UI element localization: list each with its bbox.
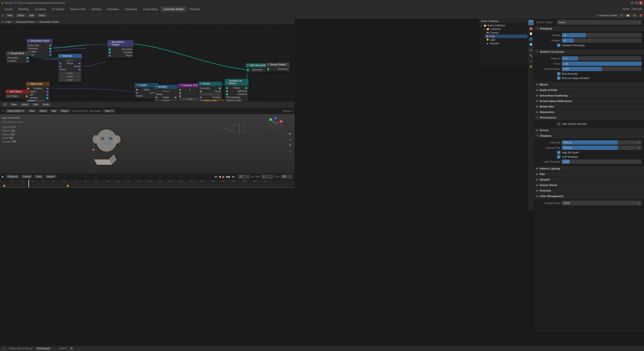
playback-menu[interactable]: Playback <box>6 175 20 178</box>
outliner-item-scene-collection[interactable]: ▼ 📁 Scene Collection <box>479 24 534 27</box>
outliner-item-cube[interactable]: Cube ▲▼ <box>485 34 534 38</box>
node-menu[interactable]: Node <box>37 14 47 17</box>
section-grease-pencil-header[interactable]: ▶ Grease Pencil <box>534 182 644 188</box>
section-volumetrics-header[interactable]: ▶ Volumetrics <box>534 110 644 115</box>
status-key-2[interactable]: A <box>70 347 74 350</box>
vp-rendered-preview[interactable]: ● <box>288 137 293 142</box>
section-curves-header[interactable]: ▶ Curves <box>534 128 644 133</box>
breadcrumb-cube[interactable]: Cube <box>5 20 11 23</box>
outliner-item-camera[interactable]: 📷 Camera <box>485 31 534 34</box>
pin-icon[interactable]: 📌 <box>639 14 642 17</box>
modifier-props-icon[interactable]: 🔧 <box>528 53 534 58</box>
tab-rendering[interactable]: Rendering <box>122 6 140 12</box>
particles-props-icon[interactable]: ✦ <box>528 58 534 64</box>
scene-props-icon[interactable]: 🌐 <box>528 36 534 42</box>
node-simulation-input[interactable]: ▼ Simulation Input Delta Time Geometry L… <box>26 39 53 57</box>
section-performance-header[interactable]: ▼ Performance <box>534 115 644 120</box>
node-subtract[interactable]: ▼ Subtract Subtract Vector Vector Vector… <box>58 54 82 82</box>
bent-normals-check[interactable]: ✓ <box>557 72 560 76</box>
section-indirect-lighting-header[interactable]: ▶ Indirect Lighting <box>534 166 644 171</box>
view-timeline-menu[interactable]: View <box>34 175 43 178</box>
node-group-input[interactable]: ▼ Group Input Geometry Location <box>6 51 30 64</box>
bent-normals-checkbox[interactable]: ✓ Bent Normals <box>536 72 642 76</box>
tab-uv-editing[interactable]: UV Editing <box>49 6 67 12</box>
high-bit-depth-checkbox[interactable]: ✓ High Bit Depth <box>536 150 642 155</box>
tab-texture-paint[interactable]: Texture Paint <box>67 6 88 12</box>
new-btn[interactable]: + <box>619 14 624 17</box>
section-ao-header[interactable]: ▼ Ambient Occlusion <box>534 49 644 54</box>
select-menu[interactable]: Select <box>16 14 26 17</box>
tab-sculpting[interactable]: Sculpting <box>32 6 48 12</box>
bounces-approx-checkbox[interactable]: ✓ Bounces Approximation <box>536 76 642 80</box>
node-node-btn[interactable]: Node <box>41 103 51 106</box>
node-simulation-output[interactable]: ▼ Simulation Output Geometry Location Ve… <box>107 40 134 58</box>
step-back-btn[interactable]: ◀ <box>219 175 221 178</box>
breadcrumb-geo-nodes[interactable]: GeometryNodes <box>16 20 35 23</box>
hq-normals-check[interactable] <box>557 122 560 126</box>
view-layer-props-icon[interactable]: 📋 <box>528 31 534 36</box>
keying-menu[interactable]: Keying <box>21 175 32 178</box>
section-color-management-header[interactable]: ▶ Color Management <box>534 194 644 199</box>
section-simplify-header[interactable]: ▶ Simplify <box>534 177 644 182</box>
vp-xray-toggle[interactable]: ⬚ <box>288 148 293 154</box>
object-props-icon[interactable]: ⬛ <box>528 48 534 53</box>
keyframe-2[interactable] <box>66 184 69 187</box>
vp-overlay-toggle[interactable]: ⊕ <box>288 142 293 148</box>
high-bit-depth-check[interactable]: ✓ <box>557 151 560 154</box>
physics-props-icon[interactable]: ⚡ <box>528 64 534 69</box>
jump-start-btn[interactable]: ⏮ <box>214 175 217 178</box>
section-freestyle-header[interactable]: ▶ Freestyle <box>534 188 644 193</box>
output-props-icon[interactable]: 📤 <box>528 26 534 31</box>
viewport-add-menu[interactable]: Add <box>50 109 58 113</box>
viewport-select-menu[interactable]: Select <box>38 109 48 113</box>
maximize-button[interactable]: □ <box>635 1 638 4</box>
node-mode-btn[interactable]: ⬡ <box>2 103 8 106</box>
viewport-3d[interactable]: ⬡ Object Mode ▼ View Select Add Object S… <box>0 108 294 174</box>
section-sampling-header[interactable]: ▼ Sampling <box>534 26 644 31</box>
keyframe-1[interactable] <box>3 184 6 187</box>
soft-shadows-check[interactable]: ✓ <box>557 155 560 158</box>
node-add-btn[interactable]: Add <box>32 103 40 106</box>
axis-gizmo[interactable]: X Y Z <box>268 116 282 131</box>
section-motion-blur-header[interactable]: ▶ Motion Blur <box>534 104 644 109</box>
current-frame-input[interactable]: 27 <box>238 174 250 179</box>
options-btn[interactable]: Options » <box>282 110 293 112</box>
start-frame-input[interactable]: 1 <box>262 174 274 179</box>
bounces-approx-check[interactable]: ✓ <box>557 76 560 80</box>
section-sss-header[interactable]: ▶ Subsurface Scattering <box>534 93 644 98</box>
outliner-item-light[interactable]: 💡 Light <box>485 38 534 42</box>
viewport-object-menu[interactable]: Object <box>59 109 70 113</box>
timeline-playhead[interactable] <box>28 180 29 188</box>
tab-shading[interactable]: Shading <box>88 6 104 12</box>
tab-compositing[interactable]: Compositing <box>140 6 160 12</box>
close-button[interactable]: ✕ <box>639 1 642 4</box>
node-view-btn[interactable]: View <box>9 103 18 106</box>
viewport-view-menu[interactable]: View <box>27 109 36 113</box>
render-engine-select[interactable]: Eevee ▼ <box>557 20 642 25</box>
jump-end-btn[interactable]: ⏭ <box>232 175 235 178</box>
tab-scripting[interactable]: Scripting <box>186 6 202 12</box>
browse-btn[interactable]: 📂 <box>624 14 631 17</box>
node-select-btn[interactable]: Select <box>20 103 30 106</box>
section-bloom-header[interactable]: ▶ Bloom <box>534 82 644 87</box>
minimize-button[interactable]: ─ <box>630 1 634 4</box>
add-menu[interactable]: Add <box>28 14 36 17</box>
node-self-object[interactable]: ▼ Self Object Self Object <box>5 90 29 99</box>
tab-layout[interactable]: Layout <box>2 6 15 12</box>
orientation-dropdown[interactable]: View ▼ <box>103 109 115 113</box>
marker-menu[interactable]: Marker <box>45 175 56 178</box>
breadcrumb-geo-nodes-2[interactable]: Geometry Nodes <box>39 20 59 23</box>
viewport-denoising-checkbox[interactable]: ✓ Viewport Denoising <box>536 43 642 48</box>
section-ssr-header[interactable]: ▶ Screen Space Reflections <box>534 98 644 104</box>
delete-btn[interactable]: ✕ <box>632 14 638 17</box>
tab-animation[interactable]: Animation <box>104 6 122 12</box>
section-dof-header[interactable]: ▶ Depth of Field <box>534 88 644 93</box>
soft-shadows-checkbox[interactable]: ✓ Soft Shadows <box>536 155 642 159</box>
tab-modeling[interactable]: Modeling <box>15 6 32 12</box>
node-multiply[interactable]: ▼ Multiply Multiply Clamp Value 10.000 <box>154 85 178 103</box>
high-quality-normals-checkbox[interactable]: High Quality Normals <box>536 122 642 126</box>
status-key-1[interactable]: Alt Numpad. <box>36 347 51 350</box>
object-mode-dropdown[interactable]: Object Mode ▼ <box>6 109 26 113</box>
view-menu[interactable]: View <box>5 14 14 17</box>
node-group-output[interactable]: ▼ Group Output Geometry <box>266 62 290 72</box>
